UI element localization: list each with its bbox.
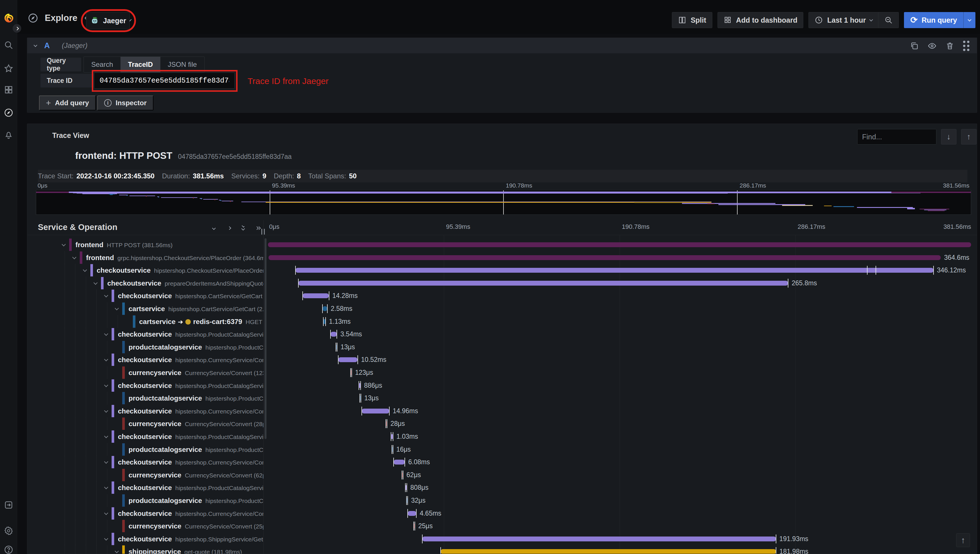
span-tree-cell[interactable]: productcatalogservicehipstershop.Product… (27, 443, 263, 456)
span-row[interactable]: checkoutservicehipstershop.ProductCatalo… (27, 481, 977, 494)
expand-all-icon[interactable] (256, 225, 260, 231)
dashboards-icon[interactable] (4, 85, 13, 95)
expand-chevron-icon[interactable] (104, 383, 108, 387)
toggle-visibility-eye-icon[interactable] (927, 41, 937, 51)
span-tree-cell[interactable]: currencyserviceCurrencyService/Convert (… (27, 366, 263, 379)
expand-chevron-icon[interactable] (104, 434, 108, 438)
help-icon[interactable] (4, 545, 13, 554)
span-row[interactable]: frontendgrpc.hipstershop.CheckoutService… (27, 251, 977, 264)
span-bar[interactable] (268, 242, 971, 247)
run-query-button[interactable]: ⟳Run query (904, 12, 975, 28)
span-bar[interactable] (298, 281, 788, 286)
span-tree-cell[interactable]: currencyserviceCurrencyService/Convert (… (27, 468, 263, 481)
span-tree-cell[interactable]: cartservice➔redis-cart:6379HGET (1.13ms) (27, 315, 263, 328)
span-row[interactable]: currencyserviceCurrencyService/Convert (… (27, 417, 977, 430)
sidebar-expand-button[interactable] (13, 24, 21, 33)
expand-chevron-icon[interactable] (104, 409, 108, 412)
query-row-header[interactable]: A (Jaeger) (27, 38, 977, 53)
run-query-dropdown[interactable] (963, 12, 975, 28)
settings-gear-icon[interactable] (4, 526, 13, 536)
drag-handle-icon[interactable] (963, 41, 969, 51)
span-row[interactable]: checkoutservicehipstershop.CartService/G… (27, 289, 977, 302)
span-row[interactable]: checkoutservicehipstershop.CheckoutServi… (27, 264, 977, 277)
span-bar[interactable] (338, 357, 358, 362)
alerting-bell-icon[interactable] (4, 130, 13, 139)
span-row[interactable]: checkoutservicehipstershop.ProductCatalo… (27, 328, 977, 341)
expand-chevron-icon[interactable] (62, 242, 66, 246)
span-row[interactable]: checkoutservicehipstershop.CurrencyServi… (27, 507, 977, 520)
expand-chevron-icon[interactable] (104, 511, 108, 515)
grafana-logo[interactable] (2, 11, 16, 25)
span-tree-cell[interactable]: productcatalogservicehipstershop.Product… (27, 494, 263, 507)
span-tree-cell[interactable]: productcatalogservicehipstershop.Product… (27, 341, 263, 353)
span-tree-cell[interactable]: checkoutservicehipstershop.CurrencyServi… (27, 353, 263, 366)
search-icon[interactable] (4, 40, 13, 50)
span-tree-cell[interactable]: frontendgrpc.hipstershop.CheckoutService… (27, 251, 263, 264)
sign-in-icon[interactable] (4, 500, 13, 510)
span-row[interactable]: currencyserviceCurrencyService/Convert (… (27, 366, 977, 379)
tab-search[interactable]: Search (84, 57, 121, 72)
span-bar[interactable] (303, 293, 329, 298)
find-next-button[interactable]: ↓ (941, 129, 956, 145)
span-tree-cell[interactable]: checkoutservicehipstershop.ProductCatalo… (27, 481, 263, 494)
delete-query-trash-icon[interactable] (945, 41, 955, 51)
span-tree-cell[interactable]: currencyserviceCurrencyService/Convert (… (27, 417, 263, 430)
span-tree-cell[interactable]: frontendHTTP POST (381.56ms) (27, 238, 263, 251)
span-bar[interactable] (408, 511, 416, 516)
span-tree-cell[interactable]: currencyserviceCurrencyService/Convert (… (27, 520, 263, 532)
span-row[interactable]: checkoutserviceprepareOrderItemsAndShipp… (27, 277, 977, 290)
span-row[interactable]: checkoutservicehipstershop.CurrencyServi… (27, 456, 977, 468)
expand-chevron-icon[interactable] (72, 255, 76, 259)
span-row[interactable]: currencyserviceCurrencyService/Convert (… (27, 468, 977, 481)
timeline-minimap[interactable] (36, 190, 971, 215)
expand-chevron-icon[interactable] (104, 293, 108, 298)
expand-chevron-icon[interactable] (104, 536, 108, 541)
span-tree-cell[interactable]: checkoutservicehipstershop.CartService/G… (27, 289, 263, 302)
duplicate-query-icon[interactable] (910, 41, 919, 51)
span-bar[interactable] (322, 306, 327, 311)
span-tree-cell[interactable]: checkoutservicehipstershop.CurrencyServi… (27, 404, 263, 417)
expand-one-icon[interactable] (228, 225, 231, 231)
span-row[interactable]: cartservice➔redis-cart:6379HGET (1.13ms)… (27, 315, 977, 328)
span-row[interactable]: checkoutservicehipstershop.ShippingServi… (27, 532, 977, 545)
span-tree-cell[interactable]: shippingserviceget-quote (181.98ms) (27, 545, 263, 554)
scroll-to-top-button[interactable]: ↑ (956, 533, 970, 547)
span-row[interactable]: productcatalogservicehipstershop.Product… (27, 392, 977, 404)
expand-chevron-icon[interactable] (94, 281, 97, 285)
span-row[interactable]: cartservicehipstershop.CartService/GetCa… (27, 302, 977, 315)
split-button[interactable]: Split (672, 12, 712, 28)
span-bar[interactable] (394, 460, 405, 465)
expand-chevron-icon[interactable] (104, 485, 108, 489)
span-bar[interactable] (269, 255, 940, 260)
span-row[interactable]: frontendHTTP POST (381.56ms) (27, 238, 977, 251)
expand-chevron-icon[interactable] (104, 357, 108, 361)
span-tree-cell[interactable]: checkoutserviceprepareOrderItemsAndShipp… (27, 277, 263, 290)
datasource-picker[interactable]: Jaeger (86, 12, 130, 29)
collapse-chevron-icon[interactable] (33, 43, 37, 47)
tab-json-file[interactable]: JSON file (160, 57, 204, 72)
trace-id-input[interactable] (94, 73, 235, 89)
span-tree-cell[interactable]: checkoutservicehipstershop.CheckoutServi… (27, 264, 263, 277)
span-row[interactable]: productcatalogservicehipstershop.Product… (27, 341, 977, 353)
find-input[interactable] (857, 129, 936, 145)
span-bar[interactable] (362, 409, 389, 414)
collapse-all-icon[interactable] (242, 225, 244, 230)
explore-nav-icon[interactable] (4, 108, 13, 118)
add-to-dashboard-button[interactable]: Add to dashboard (717, 12, 803, 28)
span-bar[interactable] (330, 332, 337, 337)
span-tree-cell[interactable]: checkoutservicehipstershop.ShippingServi… (27, 532, 263, 545)
find-prev-button[interactable]: ↑ (961, 129, 977, 145)
span-tree-cell[interactable]: checkoutservicehipstershop.ProductCatalo… (27, 379, 263, 392)
span-tree-cell[interactable]: checkoutservicehipstershop.CurrencyServi… (27, 507, 263, 520)
time-range-picker[interactable]: Last 1 hour (808, 12, 878, 28)
span-row[interactable]: checkoutservicehipstershop.CurrencyServi… (27, 353, 977, 366)
expand-chevron-icon[interactable] (104, 460, 108, 464)
span-row[interactable]: shippingserviceget-quote (181.98ms)181.9… (27, 545, 977, 554)
span-tree-cell[interactable]: productcatalogservicehipstershop.Product… (27, 392, 263, 404)
expand-chevron-icon[interactable] (115, 306, 119, 310)
span-tree-cell[interactable]: checkoutservicehipstershop.ProductCatalo… (27, 430, 263, 443)
span-row[interactable]: currencyserviceCurrencyService/Convert (… (27, 520, 977, 532)
inspector-button[interactable]: i Inspector (97, 96, 153, 110)
span-bar[interactable] (441, 549, 776, 554)
span-bar[interactable] (295, 268, 933, 273)
